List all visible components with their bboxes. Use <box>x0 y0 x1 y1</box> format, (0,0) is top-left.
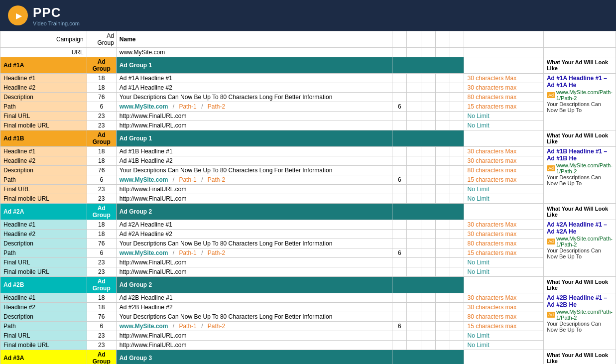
ad3a-id: Ad #3A <box>0 350 87 364</box>
ue7 <box>543 48 616 57</box>
ad2a-desc-num: 76 <box>87 239 116 248</box>
ad1b-desc-e3 <box>421 166 436 175</box>
ad1b-path-num: 6 <box>87 175 116 185</box>
path-p1-1b: Path-1 <box>179 176 196 183</box>
ad-icon-2a: Ad <box>547 239 555 244</box>
ad2b-path-e3 <box>421 322 436 331</box>
ad-icon-1b: Ad <box>547 165 555 171</box>
ad3a-preview-header: What Your Ad Will Look Like <box>543 350 616 364</box>
ad2b-mobile-limit: No Limit <box>464 341 543 350</box>
ad2b-desc-content: Your Descriptions Can Now Be Up To 80 Ch… <box>116 312 392 322</box>
ad1b-mobile-num: 23 <box>87 194 116 204</box>
ad1a-header-row: Ad #1A Ad Group Ad Group 1 What Your Ad … <box>0 57 616 74</box>
ad1a-h2-e1 <box>392 83 407 93</box>
ad2a-preview-url: www.MySite.com/Path-1/Path-2 <box>556 236 613 247</box>
ad2a-h1-e1 <box>392 220 407 230</box>
ad1a-mobile-content: http://www.FinalURL.com <box>116 121 392 130</box>
ad2b-path-label: Path <box>0 322 87 331</box>
path-slash1-2a: / <box>173 249 174 256</box>
ad2b-desc-e5 <box>450 312 464 322</box>
ad1a-path-row: Path 6 www.MySite.com / Path-1 / Path-2 … <box>0 102 616 112</box>
ad1a-h2-row: Headline #2 18 Ad #1A Headline #2 30 cha… <box>0 83 616 93</box>
ad2b-mobile-e1 <box>392 341 407 350</box>
ad2b-desc-row: Description 76 Your Descriptions Can Now… <box>0 312 616 322</box>
ad2a-path-content: www.MySite.com / Path-1 / Path-2 <box>116 248 392 258</box>
ad2b-empty <box>392 277 464 293</box>
ad1a-url-e2 <box>407 112 421 121</box>
ad1a-h1-preview: Ad #1A Headline #1 – Ad #1A He Ad www.My… <box>543 74 616 130</box>
ad2a-url-row: Final URL 23 http://www.FinalURL.com No … <box>0 258 616 267</box>
ad2a-path-e3 <box>421 248 436 258</box>
ad2b-mobile-label: Final mobile URL <box>0 341 87 350</box>
ad3a-header-row: Ad #3A Ad Group Ad Group 3 What Your Ad … <box>0 350 616 364</box>
ad2a-path-row: Path 6 www.MySite.com / Path-1 / Path-2 … <box>0 248 616 258</box>
ad2b-desc-num: 76 <box>87 312 116 322</box>
path-slash1-2b: / <box>173 323 174 330</box>
ad1a-desc-limit: 80 characters max <box>464 93 543 102</box>
ad2a-h1-content: Ad #2A Headline #1 <box>116 220 392 230</box>
ad2a-mobile-e5 <box>450 267 464 277</box>
ad2a-h1-limit: 30 characters Max <box>464 220 543 230</box>
ad2a-desc-row: Description 76 Your Descriptions Can Now… <box>0 239 616 248</box>
ue5 <box>450 48 464 57</box>
ad2a-mobile-content: http://www.FinalURL.com <box>116 267 392 277</box>
ad1a-h2-e2 <box>407 83 421 93</box>
ad2a-group: Ad Group 2 <box>116 204 392 220</box>
ad2a-desc-limit: 80 characters max <box>464 239 543 248</box>
ad3a-group: Ad Group 3 <box>116 350 392 364</box>
url-label: URL <box>0 48 87 57</box>
ad-icon-2b: Ad <box>547 312 555 318</box>
ec1 <box>392 31 407 48</box>
main-table: Campaign Ad Group Name URL www.MySite.co… <box>0 31 616 364</box>
ad2b-path-content: www.MySite.com / Path-1 / Path-2 <box>116 322 392 331</box>
ad1b-preview-url-line: Ad www.MySite.com/Path-1/Path-2 <box>547 162 613 174</box>
ad1b-h1-e3 <box>421 147 436 156</box>
ad2a-h1-e5 <box>450 220 464 230</box>
ad2b-h1-num: 18 <box>87 293 116 303</box>
ad1b-h2-e3 <box>421 156 436 166</box>
ad2a-desc-content: Your Descriptions Can Now Be Up To 80 Ch… <box>116 239 392 248</box>
ad2b-mobile-row: Final mobile URL 23 http://www.FinalURL.… <box>0 341 616 350</box>
ad1a-h2-e3 <box>421 83 436 93</box>
ad2a-h1-preview: Ad #2A Headline #1 – Ad #2A He Ad www.My… <box>543 220 616 277</box>
ue3 <box>421 48 436 57</box>
ad1a-preview-desc: Your Descriptions Can Now Be Up To <box>547 101 613 113</box>
ad2a-h2-e2 <box>407 230 421 239</box>
ad1b-path-e4 <box>435 175 450 185</box>
ad2b-url-row: Final URL 23 http://www.FinalURL.com No … <box>0 331 616 341</box>
ad1b-desc-e2 <box>407 166 421 175</box>
ad2b-preview-headline: Ad #2B Headline #1 – Ad #2B He <box>547 294 613 308</box>
ad2a-preview-url-line: Ad www.MySite.com/Path-1/Path-2 <box>547 236 613 247</box>
ad2a-path-label: Path <box>0 248 87 258</box>
ad1a-h2-limit: 30 characters max <box>464 83 543 93</box>
ad1a-h2-label: Headline #2 <box>0 83 87 93</box>
path-slash1: / <box>173 103 174 110</box>
ad1b-mobile-label: Final mobile URL <box>0 194 87 204</box>
ad1a-desc-e1 <box>392 93 407 102</box>
ad1a-mobile-e3 <box>421 121 436 130</box>
ad1a-h1-e3 <box>421 74 436 83</box>
ad2a-h2-e4 <box>435 230 450 239</box>
ad3a-adgroup-label: Ad Group <box>87 350 116 364</box>
ad1a-url-e3 <box>421 112 436 121</box>
ad1a-mobile-e5 <box>450 121 464 130</box>
ad2a-mobile-limit: No Limit <box>464 267 543 277</box>
ad1a-path-limit: 15 characters max <box>464 102 543 112</box>
ad2b-h1-row: Headline #1 18 Ad #2B Headline #1 30 cha… <box>0 293 616 303</box>
ad1b-h2-num: 18 <box>87 156 116 166</box>
ad1b-h1-e2 <box>407 147 421 156</box>
ad1b-mobile-e2 <box>407 194 421 204</box>
ad1b-h1-preview: Ad #1B Headline #1 – Ad #1B He Ad www.My… <box>543 147 616 204</box>
ad1a-group: Ad Group 1 <box>116 57 392 74</box>
ad1b-preview-headline: Ad #1B Headline #1 – Ad #1B He <box>547 148 613 162</box>
ad2a-h1-e2 <box>407 220 421 230</box>
ad2a-h1-label: Headline #1 <box>0 220 87 230</box>
ad1b-preview-url: www.MySite.com/Path-1/Path-2 <box>556 162 613 174</box>
ad1b-header-row: Ad #1B Ad Group Ad Group 1 What Your Ad … <box>0 130 616 147</box>
ad2b-group: Ad Group 2 <box>116 277 392 293</box>
ad1a-desc-label: Description <box>0 93 87 102</box>
ad1a-mobile-e1 <box>392 121 407 130</box>
ad2a-h2-label: Headline #2 <box>0 230 87 239</box>
ad1a-path-num: 6 <box>87 102 116 112</box>
ad1a-preview-header: What Your Ad Will Look Like <box>543 57 616 74</box>
